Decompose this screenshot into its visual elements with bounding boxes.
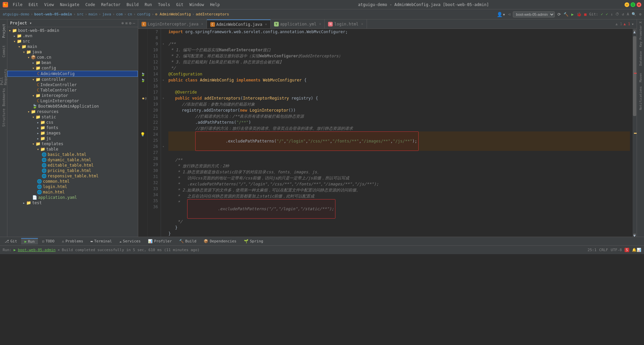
scrollbar-up[interactable]: ▲ (633, 30, 636, 32)
tree-item-interceptor[interactable]: ▾ 📁 interceptor (7, 93, 138, 98)
toolbar-back[interactable]: ◁ (508, 12, 511, 16)
toolbar-avatar[interactable]: 👤▾ (497, 12, 505, 17)
scrollbar-down[interactable]: ▼ (633, 233, 636, 236)
breadcrumb-item-1[interactable]: boot-web-05-admin (34, 12, 72, 16)
tree-item-app[interactable]: 🍃 BootWeb05AdminApplication (7, 104, 138, 109)
tree-item-login[interactable]: 🌐 login.html (7, 184, 138, 189)
lightbulb-icon[interactable]: 💡 (140, 132, 145, 137)
menu-view[interactable]: View (42, 2, 57, 8)
tree-item-common[interactable]: 🌐 common.html (7, 179, 138, 184)
tree-item-static[interactable]: ▾ 📁 static (7, 114, 138, 120)
toolbar-settings[interactable]: ⚙ (639, 12, 641, 16)
breadcrumb-item-6[interactable]: cn (128, 12, 132, 16)
run-project-label[interactable]: boot-web-05-admin (18, 248, 56, 252)
collapse-9[interactable]: ▾ (161, 41, 166, 47)
tree-item-editable-table[interactable]: 🌐 editable_table.html (7, 163, 138, 168)
bottom-tab-todo[interactable]: ☑ TODO (39, 238, 58, 244)
bottom-tab-profiler[interactable]: 📊 Profiler (145, 238, 175, 244)
tab-close-logininterceptor[interactable]: × (201, 22, 203, 26)
menu-code[interactable]: Code (83, 2, 98, 8)
toolbar-git-check[interactable]: ✓ (601, 12, 603, 16)
tree-item-fonts[interactable]: ▸ 📁 fonts (7, 125, 138, 130)
menu-tools[interactable]: Tools (155, 2, 173, 8)
tree-item-dynamic-table[interactable]: 🌐 dynamic_table.html (7, 157, 138, 163)
breadcrumb-item-7[interactable]: config (137, 12, 150, 16)
tree-item-root[interactable]: ▾ 📁 boot-web-05-admin (7, 28, 138, 33)
tree-item-resources[interactable]: ▾ 📁 resources (7, 109, 138, 114)
tree-item-table[interactable]: ▾ 📁 table (7, 147, 138, 152)
menu-refactor[interactable]: Refactor (98, 2, 123, 8)
breadcrumb-item-5[interactable]: com (116, 12, 123, 16)
tab-close-html[interactable]: × (361, 22, 363, 26)
tree-item-css[interactable]: ▸ 📁 css (7, 120, 138, 125)
tree-item-test[interactable]: ▸ 📁 test (7, 200, 138, 206)
run-close-icon[interactable]: × (58, 248, 60, 252)
collapse-15[interactable]: ▾ (161, 77, 166, 83)
sidebar-commit-icon[interactable]: Commit (1, 43, 7, 60)
tree-item-java[interactable]: ▾ 📁 java (7, 49, 138, 55)
menu-navigate[interactable]: Navigate (57, 2, 82, 8)
tab-application-yml[interactable]: Y application.yml × (271, 19, 325, 28)
toolbar-refresh[interactable]: ⟳ (557, 12, 561, 17)
bottom-tab-dependencies[interactable]: 📦 Dependencies (200, 238, 239, 244)
tab-close-yaml[interactable]: × (319, 22, 321, 26)
tree-item-tablectrl[interactable]: C TableController (7, 88, 138, 93)
tree-item-comcn[interactable]: ▾ 📦 com.cn (7, 55, 138, 60)
code-content[interactable]: import org.springframework.web.servlet.c… (166, 29, 633, 237)
tab-login-html[interactable]: H login.html × (325, 19, 367, 28)
tree-item-main-html[interactable]: 🌐 main.html (7, 189, 138, 195)
sidebar-pullreq-icon[interactable]: Pull Requests (1, 62, 7, 85)
tree-item-pricing-table[interactable]: 🌐 pricing_table.html (7, 168, 138, 173)
tree-item-mvn[interactable]: ▸ 📁 .mvn (7, 33, 138, 39)
menu-run[interactable]: Run (142, 2, 155, 8)
menu-edit[interactable]: Edit (26, 2, 41, 8)
sidebar-project-icon[interactable]: Project (1, 21, 7, 41)
tree-item-responsive-table[interactable]: 🌐 responsive_table.html (7, 173, 138, 179)
sidebar-structure-icon[interactable]: Structure (1, 109, 7, 126)
toolbar-git-update[interactable]: ↓ (611, 12, 613, 16)
menu-help[interactable]: Help (207, 2, 222, 8)
tab-adminwebconfig[interactable]: C AdminWebConfig.java × (207, 19, 271, 28)
tab-settings-btn[interactable]: ▾ (632, 22, 634, 26)
scrollbar-track[interactable] (633, 33, 637, 233)
tree-item-loginint[interactable]: C LoginInterceptor (7, 98, 138, 104)
toolbar-git-clock[interactable]: ⏱ (615, 12, 619, 16)
toolbar-git-revert[interactable]: ↺ (622, 12, 624, 16)
tree-item-appyaml[interactable]: 📄 application.yaml (7, 195, 138, 200)
bottom-tab-terminal[interactable]: ▬ Terminal (87, 238, 115, 244)
menu-file[interactable]: File (10, 2, 25, 8)
encoding[interactable]: UTF-8 (611, 248, 622, 252)
menu-git[interactable]: Git (173, 2, 186, 8)
breadcrumb-item-0[interactable]: atguigu-demo (3, 12, 29, 16)
menu-window[interactable]: Window (187, 2, 207, 8)
line-ending[interactable]: CRLF (599, 248, 608, 252)
toolbar-run-icon[interactable]: ▶ (571, 12, 574, 17)
tree-item-controller[interactable]: ▾ 📁 controller (7, 77, 138, 82)
toolbar-translate[interactable]: A (627, 12, 629, 16)
collapse-18[interactable]: ▾ (161, 95, 166, 101)
right-panel-maven[interactable]: Maven (638, 69, 644, 86)
panel-close-icon[interactable]: — (133, 21, 135, 25)
breadcrumb-item-8[interactable]: ⊙ AdminWebConfig (155, 12, 191, 16)
bottom-tab-build[interactable]: 🔨 Build (176, 238, 200, 244)
breadcrumb-item-9[interactable]: addInterceptors (196, 12, 229, 16)
tree-item-config[interactable]: ▾ 📁 config (7, 65, 138, 71)
right-panel-keypromoter[interactable]: Key Promoter X (638, 21, 644, 48)
branch-selector[interactable]: boot-web-05-admin (513, 11, 555, 17)
breadcrumb-item-3[interactable]: main (89, 12, 98, 16)
editor-scrollbar[interactable]: ▲ ▼ (633, 29, 637, 237)
tree-item-indexctrl[interactable]: C IndexController (7, 82, 138, 88)
sidebar-bookmarks-icon[interactable]: Bookmarks (1, 87, 7, 107)
panel-locate-icon[interactable]: ⊕ (121, 21, 124, 25)
bottom-tab-services[interactable]: ☁ Services (116, 238, 144, 244)
tab-logininterceptor[interactable]: C LoginInterceptor.java × (138, 19, 207, 28)
bottom-tab-git[interactable]: ⎇ Git (1, 238, 20, 244)
right-panel-notifications[interactable]: Notifications (638, 87, 644, 110)
toolbar-debug-icon[interactable]: 🐞 (577, 12, 582, 17)
tree-item-main[interactable]: ▾ 📁 main (7, 44, 138, 49)
tree-item-images[interactable]: ▸ 📁 images (7, 130, 138, 136)
right-panel-database[interactable]: Database (638, 48, 644, 68)
tab-close-adminwebconfig[interactable]: × (265, 22, 267, 26)
collapse-26[interactable]: ▾ (161, 143, 166, 150)
toolbar-search[interactable]: 🔍 (632, 12, 636, 16)
